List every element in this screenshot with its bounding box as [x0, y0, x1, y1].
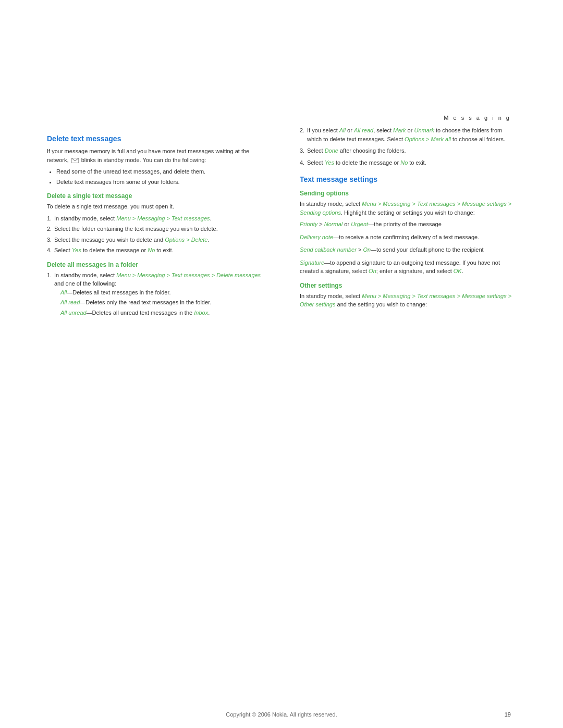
- subsection-title-sending: Sending options: [300, 190, 516, 197]
- step-item: 3. Select the message you wish to delete…: [47, 236, 263, 244]
- section-title-delete: Delete text messages: [47, 134, 263, 143]
- subsection-title-single: Delete a single text message: [47, 192, 263, 200]
- envelope-icon: [70, 157, 81, 163]
- page: M e s s a g i n g Delete text messages I…: [0, 0, 563, 728]
- footer: Copyright © 2006 Nokia. All rights reser…: [0, 701, 563, 728]
- step-item: 2. Select the folder containing the text…: [47, 225, 263, 233]
- header-title: M e s s a g i n g: [444, 115, 511, 121]
- single-delete-steps: 1. In standby mode, select Menu > Messag…: [47, 214, 263, 255]
- copyright-text: Copyright © 2006 Nokia. All rights reser…: [226, 711, 337, 718]
- step-item-3: 3. Select Done after choosing the folder…: [300, 146, 516, 155]
- continued-steps: 2. If you select All or All read, select…: [300, 126, 516, 167]
- step-item: 1. In standby mode, select Menu > Messag…: [47, 214, 263, 223]
- section-text-message-settings: Text message settings Sending options In…: [300, 175, 516, 309]
- header: M e s s a g i n g: [0, 0, 563, 126]
- single-delete-intro: To delete a single text message, you mus…: [47, 202, 263, 211]
- page-number: 19: [505, 711, 511, 718]
- subsection-title-other: Other settings: [300, 282, 516, 289]
- step-item-4: 4. Select Yes to delete the message or N…: [300, 158, 516, 167]
- signature-item: Signature—to append a signature to an ou…: [300, 258, 516, 276]
- bullet-item: Delete text messages from some of your f…: [56, 178, 263, 187]
- send-callback-item: Send callback number > On—to send your d…: [300, 245, 516, 254]
- step-item-2: 2. If you select All or All read, select…: [300, 126, 516, 143]
- right-column: 2. If you select All or All read, select…: [295, 126, 516, 701]
- delete-intro: If your message memory is full and you h…: [47, 147, 263, 164]
- other-settings-intro: In standby mode, select Menu > Messaging…: [300, 292, 516, 309]
- subsection-title-all: Delete all messages in a folder: [47, 261, 263, 268]
- priority-item: Priority > Normal or Urgent—the priority…: [300, 220, 516, 229]
- sub-item-allread: All read—Deletes only the read text mess…: [60, 298, 263, 307]
- delivery-note-item: Delivery note—to receive a note confirmi…: [300, 233, 516, 242]
- sub-item-allunread: All unread—Deletes all unread text messa…: [60, 309, 263, 317]
- step-item: 1. In standby mode, select Menu > Messag…: [47, 271, 263, 317]
- left-column: Delete text messages If your message mem…: [47, 126, 274, 701]
- sending-options-intro: In standby mode, select Menu > Messaging…: [300, 200, 516, 217]
- sub-item-all: All—Deletes all text messages in the fol…: [60, 288, 263, 297]
- section-title-settings: Text message settings: [300, 175, 516, 183]
- bullet-item: Read some of the unread text messages, a…: [56, 167, 263, 176]
- section-delete-text-messages: Delete text messages If your message mem…: [47, 134, 263, 317]
- step-item: 4. Select Yes to delete the message or N…: [47, 246, 263, 255]
- delete-bullets: Read some of the unread text messages, a…: [56, 167, 263, 186]
- content-area: Delete text messages If your message mem…: [0, 126, 563, 701]
- all-delete-steps: 1. In standby mode, select Menu > Messag…: [47, 271, 263, 317]
